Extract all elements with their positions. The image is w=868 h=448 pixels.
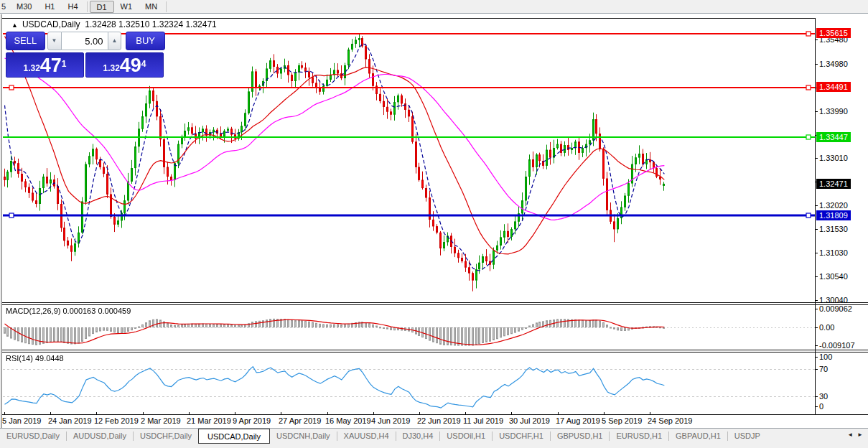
sell-price-big-digits: 47 [40,56,62,75]
timeframe-button-w1[interactable]: W1 [114,1,139,13]
volume-decrease-button[interactable]: ▼ [47,32,62,50]
price-badge: 1.33447 [816,132,851,142]
date-axis-label: 4 Jun 2019 [371,416,410,425]
date-axis-label: 22 Jun 2019 [417,416,461,425]
buy-price-prefix: 1.32 [103,61,119,75]
tab-gbpusd-h1[interactable]: GBPUSD,H1 [551,429,610,442]
tab-usdcnh-daily[interactable]: USDCNH,Daily [270,429,337,442]
date-axis-label: 27 Apr 2019 [279,416,321,425]
tab-audusd-daily[interactable]: AUDUSD,Daily [67,429,133,442]
price-axis-label: 1.33990 [819,107,848,116]
tabs-scroll-left-icon[interactable]: ◄ [845,429,855,441]
date-axis-label: 30 Jul 2019 [509,416,550,425]
timeframe-button-h1[interactable]: H1 [38,1,61,13]
toolbar-separator [87,1,88,12]
price-badge: 1.34491 [816,82,851,92]
tab-eurusd-daily[interactable]: EURUSD,Daily [0,429,66,442]
macd-axis-tick [815,309,818,309]
sell-price-pipette: 1 [62,53,67,75]
rsi-axis-tick [815,396,818,397]
tab-xauusd-h4[interactable]: XAUUSD,H4 [337,429,396,442]
one-click-trade-panel: SELL ▼ ▲ BUY 1.32471 1.32494 [6,32,165,78]
price-axis-tick [815,276,818,277]
tab-usdcad-daily[interactable]: USDCAD,Daily [198,429,270,444]
toolbar-separator [166,1,167,12]
chart-symbol-period: USDCAD,Daily [22,19,80,29]
macd-axis-label: -0.009107 [819,341,855,350]
rsi-indicator-label: RSI(14) 49.0448 [6,354,64,363]
timeframe-button-d1[interactable]: D1 [90,1,114,13]
volume-increase-button[interactable]: ▲ [108,32,122,50]
date-axis-label: 21 Mar 2019 [187,416,231,425]
date-axis-label: 12 Feb 2019 [94,416,139,425]
sell-button[interactable]: SELL [6,32,45,50]
tabs-scroll-right-icon[interactable]: ► [855,429,865,441]
rsi-axis-tick [815,406,818,407]
timeframe-button-5[interactable]: 5 [0,1,10,13]
sell-price-display[interactable]: 1.32471 [6,52,84,78]
timeframe-button-mn[interactable]: MN [139,1,164,13]
metatrader-screen: 5M30H1H4D1W1MN ▲USDCAD,Daily 1.32428 1.3… [0,0,868,448]
price-axis-label: 1.30040 [819,296,848,304]
tab-eurusd-h1[interactable]: EURUSD,H1 [610,429,668,442]
macd-indicator-label: MACD(12,26,9) 0.000163 0.000459 [6,307,131,315]
price-axis-tick [815,158,818,159]
price-axis-label: 1.33010 [819,154,848,162]
title-marker-icon[interactable]: ▲ [11,22,18,29]
date-axis-label: 2 Mar 2019 [141,416,181,425]
date-axis-label: 16 May 2019 [325,416,371,425]
price-axis-label: 1.30540 [819,272,848,281]
tab-usdchf-daily[interactable]: USDCHF,Daily [134,429,198,442]
price-axis-tick [815,229,818,230]
price-axis-tick [815,39,818,40]
price-axis-tick [815,64,818,65]
price-axis-border [815,18,816,415]
price-badge: 1.35615 [816,28,851,38]
price-axis-tick [815,111,818,112]
macd-axis-tick [815,345,818,346]
price-badge: 1.31809 [816,210,851,220]
price-axis-label: 1.34980 [819,60,848,68]
price-axis-tick [815,253,818,253]
buy-button[interactable]: BUY [126,32,165,50]
date-axis-label: 17 Aug 2019 [556,416,600,425]
rsi-axis-label: 30 [819,392,828,401]
date-axis-label: 11 Jul 2019 [463,416,503,425]
rsi-axis-label: 0 [819,402,823,411]
price-axis-label: 1.31030 [819,248,848,257]
macd-axis-label: 0.009062 [819,304,852,313]
tab-usdoil-h1[interactable]: USDOil,H1 [440,429,492,442]
chart-ohlc-values: 1.32428 1.32510 1.32324 1.32471 [85,19,217,29]
timeframe-button-m30[interactable]: M30 [10,1,38,13]
price-axis-tick [815,300,818,301]
rsi-axis-label: 100 [819,353,832,361]
tab-usdchf-h1[interactable]: USDCHF,H1 [493,429,550,442]
volume-input[interactable] [62,32,108,50]
price-axis-tick [815,205,818,206]
timeframe-toolbar: 5M30H1H4D1W1MN [0,0,868,14]
tab-gbpaud-h1[interactable]: GBPAUD,H1 [669,429,727,442]
rsi-axis-label: 70 [819,365,828,373]
macd-axis-tick [815,327,818,328]
price-badge: 1.32471 [816,179,851,189]
sell-price-prefix: 1.32 [23,61,39,75]
chart-canvas[interactable] [3,19,815,415]
window-left-edge [0,14,2,428]
buy-price-display[interactable]: 1.32494 [85,52,164,78]
buy-price-pipette: 4 [141,53,146,75]
date-axis-label: 5 Sep 2019 [602,416,642,425]
buy-price-big-digits: 49 [120,56,141,75]
chart-title: ▲USDCAD,Daily 1.32428 1.32510 1.32324 1.… [11,19,217,29]
date-axis-label: 9 Apr 2019 [233,416,271,425]
tab-usdjp[interactable]: USDJP [728,429,767,442]
date-axis-label: 24 Jan 2019 [48,416,92,425]
date-axis-label: 5 Jan 2019 [2,416,41,425]
date-axis-label: 24 Sep 2019 [648,416,692,425]
timeframe-button-h4[interactable]: H4 [61,1,84,13]
price-axis-label: 1.32020 [819,201,848,210]
rsi-axis-tick [815,357,818,358]
symbol-tabbar: EURUSD,DailyAUDUSD,DailyUSDCHF,DailyUSDC… [0,428,868,448]
price-axis-label: 1.31530 [819,225,848,233]
rsi-axis-tick [815,369,818,370]
tab-dj30-h4[interactable]: DJ30,H4 [396,429,440,442]
